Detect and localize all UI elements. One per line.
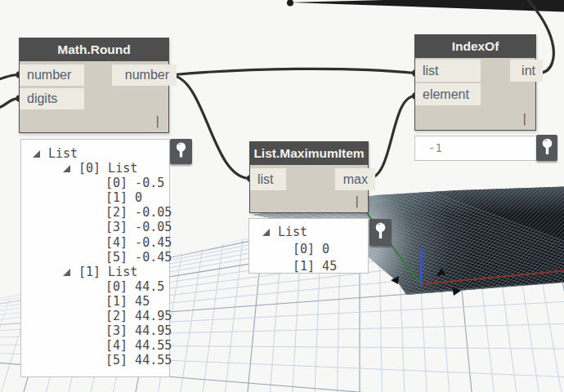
tree-item: [1] 0 [21, 190, 169, 205]
tree-item: [1] 45 [249, 258, 368, 275]
wire-bundle[interactable] [289, 0, 564, 12]
tree-item-label: [0] 0 [293, 242, 329, 256]
tree-item-label: [4] -0.45 [105, 235, 172, 250]
tree-item-label: [5] -0.45 [105, 250, 172, 265]
pin-icon [542, 138, 553, 157]
tree-item: [1] List [21, 265, 169, 279]
tree-item-label: [1] 0 [105, 190, 142, 205]
tree-item: List [249, 224, 368, 241]
tree-item: [0] 44.5 [21, 279, 169, 294]
tree-item: [4] -0.45 [21, 235, 169, 250]
tree-item-label: List [40, 146, 78, 161]
tree-item: [0] 0 [249, 241, 368, 258]
tree-item-label: [1] 45 [105, 294, 150, 309]
lacing-indicator[interactable]: | [154, 115, 161, 127]
port-out-int[interactable]: int [510, 60, 543, 82]
port-in-element[interactable]: element [415, 83, 481, 105]
wire[interactable] [170, 69, 416, 75]
node-list-maximumitem[interactable]: List.MaximumItem list max | [249, 141, 369, 213]
tree-item: [5] 44.55 [21, 353, 169, 368]
expand-triangle-icon[interactable] [63, 165, 70, 172]
tree-item-label: [1] List [70, 265, 137, 279]
tree-item: [3] -0.05 [21, 220, 169, 234]
pin-icon [176, 142, 186, 160]
tree-item-label: [4] 44.55 [105, 338, 172, 353]
lacing-indicator[interactable]: | [521, 113, 528, 124]
tree-item-label: [5] 44.55 [105, 353, 172, 368]
expand-triangle-icon[interactable] [33, 150, 40, 158]
tree-item-label: [3] -0.05 [105, 220, 172, 234]
tree-item: [0] -0.5 [21, 176, 169, 190]
tree-item-label: List [270, 225, 307, 239]
tree-item-label: [1] 45 [293, 259, 337, 274]
node-indexof-title[interactable]: IndexOf [414, 34, 536, 58]
node-math-round-title[interactable]: Math.Round [19, 38, 169, 61]
preview-bubble-math-round[interactable]: List [0] List [0] -0.5 [1] 0 [2] -0.05 [… [20, 139, 170, 377]
tree-item: [0] List [21, 161, 169, 176]
port-in-digits[interactable]: digits [20, 88, 84, 109]
pin-preview-button[interactable] [170, 139, 192, 164]
port-in-number[interactable]: number [20, 65, 84, 86]
tree-item-label: [0] -0.5 [105, 176, 164, 190]
pin-preview-button[interactable] [536, 135, 557, 161]
expand-triangle-icon[interactable] [262, 229, 270, 236]
tree-item-label: [0] 44.5 [105, 279, 164, 294]
node-math-round[interactable]: Math.Round number digits number | [19, 38, 169, 133]
tree-item: [4] 44.55 [21, 338, 169, 353]
tree-item: List [21, 146, 169, 161]
wire[interactable] [369, 96, 416, 179]
tree-item: [5] -0.45 [21, 250, 169, 265]
preview-bubble-list-maximumitem[interactable]: List [0] 0 [1] 45 [248, 218, 369, 274]
tree-item: [2] -0.05 [21, 205, 169, 220]
port-in-list[interactable]: list [415, 60, 481, 82]
expand-triangle-icon[interactable] [63, 269, 70, 276]
tree-item: [3] 44.95 [21, 323, 169, 338]
preview-bubble-indexof[interactable]: -1 [414, 136, 537, 161]
port-out-number[interactable]: number [112, 65, 177, 86]
tree-item: [2] 44.95 [21, 309, 169, 323]
pin-preview-button[interactable] [369, 219, 392, 246]
preview-value: -1 [415, 136, 536, 160]
port-out-max[interactable]: max [335, 168, 375, 190]
node-list-maximumitem-title[interactable]: List.MaximumItem [249, 141, 369, 165]
node-indexof[interactable]: IndexOf list element int | [414, 34, 536, 131]
tree-item-label: [2] -0.05 [105, 205, 172, 220]
tree-item: [1] 45 [21, 294, 169, 309]
lacing-indicator[interactable]: | [354, 195, 360, 207]
port-in-list[interactable]: list [250, 168, 286, 190]
tree-item-label: [0] List [70, 161, 137, 176]
tree-item-label: [3] 44.95 [105, 323, 172, 338]
pin-icon [375, 222, 386, 241]
tree-item-label: [2] 44.95 [105, 309, 172, 323]
dynamo-canvas: { "app": {"name": "Dynamo visual program… [0, 0, 564, 392]
